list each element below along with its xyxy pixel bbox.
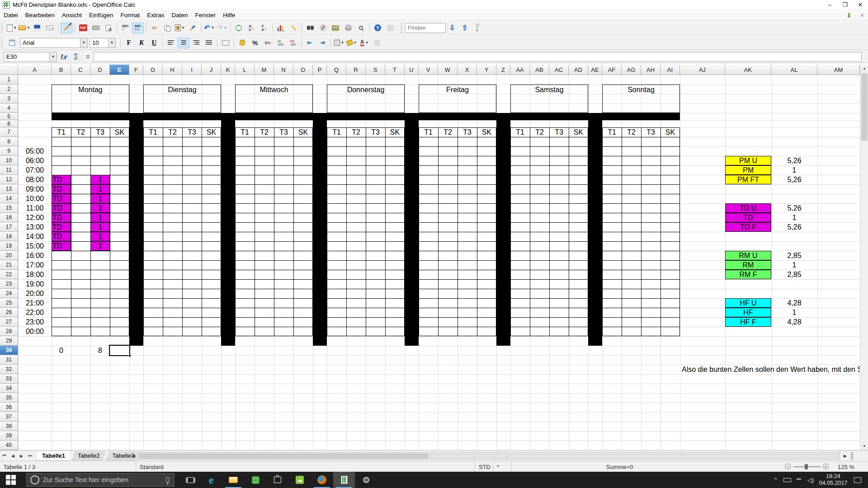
legend-value-cell[interactable]: 4,28 <box>771 298 817 308</box>
microphone-icon[interactable] <box>166 477 170 483</box>
zoom-slider-thumb[interactable] <box>805 464 808 469</box>
day-grid-sonntag[interactable] <box>602 127 680 336</box>
row-header-1[interactable]: 1 <box>0 75 18 84</box>
shift-entry-cell[interactable]: TD <box>52 213 71 222</box>
menu-item-format[interactable]: Format <box>117 11 143 19</box>
edge-taskbar-icon[interactable]: e <box>200 472 222 488</box>
column-header-d[interactable]: D <box>90 65 110 75</box>
row-header-28[interactable]: 28 <box>0 327 18 336</box>
autospellcheck-button[interactable]: ABC∿∿ <box>132 23 144 33</box>
column-header-al[interactable]: AL <box>771 65 817 75</box>
zoom-out-icon[interactable]: − <box>785 464 791 469</box>
legend-value-cell[interactable]: 5,26 <box>771 203 817 213</box>
legend-value-cell[interactable]: 5,26 <box>771 222 817 232</box>
time-cell[interactable]: 17:00 <box>18 260 52 270</box>
styles-button[interactable] <box>6 38 18 48</box>
scroll-up-icon[interactable]: ▲ <box>860 65 868 72</box>
gallery-button[interactable] <box>330 23 341 33</box>
column-header-l[interactable]: L <box>235 65 255 75</box>
column-header-i[interactable]: I <box>182 65 202 75</box>
overflow-button[interactable] <box>371 38 383 48</box>
sheet-tab-tabelle1[interactable]: Tabelle1 <box>36 451 71 460</box>
time-cell[interactable]: 18:00 <box>18 270 52 279</box>
row-header-32[interactable]: 32 <box>0 365 18 374</box>
sort-descending-button[interactable]: ZA↓ <box>258 23 270 33</box>
time-cell[interactable]: 09:00 <box>18 184 52 194</box>
menu-item-extras[interactable]: Extras <box>143 11 168 19</box>
merge-cells-button[interactable] <box>220 38 231 48</box>
column-header-ad[interactable]: AD <box>569 65 588 75</box>
column-header-e[interactable]: E <box>110 65 129 75</box>
legend-label-cell[interactable]: PM U <box>725 156 771 165</box>
day-grid-donnerstag[interactable] <box>327 127 405 336</box>
row-header-15[interactable]: 15 <box>0 203 18 213</box>
pdf-export-button[interactable]: PDF <box>77 23 89 33</box>
column-header-v[interactable]: V <box>419 65 438 75</box>
cell-cursor[interactable] <box>109 345 130 356</box>
formula-icon[interactable]: = <box>86 53 90 61</box>
row-header-7[interactable]: 7 <box>0 127 18 137</box>
column-header-ag[interactable]: AG <box>622 65 641 75</box>
file-explorer-taskbar-icon[interactable] <box>222 472 244 488</box>
column-header-aa[interactable]: AA <box>510 65 530 75</box>
shift-entry-cell[interactable]: TD <box>52 175 71 184</box>
status-sum[interactable]: Summe=0 <box>511 461 728 472</box>
day-grid-dienstag[interactable] <box>143 127 221 336</box>
row-header-30[interactable]: 30 <box>0 346 18 355</box>
shift-entry-cell[interactable]: TD <box>52 194 71 203</box>
close-button[interactable]: ✕ <box>853 0 868 9</box>
hscroll-left-icon[interactable]: ◀ <box>129 452 138 460</box>
font-color-button[interactable]: A▼ <box>359 38 370 48</box>
task-view-taskbar-icon[interactable] <box>181 472 200 488</box>
legend-value-cell[interactable]: 1 <box>771 213 817 222</box>
dropdown-arrow-icon[interactable]: ▼ <box>211 26 215 30</box>
staff-count-cell[interactable]: 1 <box>90 203 110 213</box>
find-toolbar-grip[interactable] <box>401 23 403 33</box>
row-header-4[interactable]: 4 <box>0 103 18 113</box>
row-header-19[interactable]: 19 <box>0 241 18 251</box>
time-cell[interactable]: 15:00 <box>18 241 52 251</box>
legend-label-cell[interactable]: RM <box>725 260 771 270</box>
align-left-button[interactable] <box>165 38 177 48</box>
overflow-button[interactable] <box>384 23 396 33</box>
font-name-combo[interactable]: Arial▼ <box>20 38 88 48</box>
row-header-12[interactable]: 12 <box>0 175 18 184</box>
row-header-2[interactable]: 2 <box>0 84 18 94</box>
save-button[interactable] <box>31 23 43 33</box>
align-center-button[interactable] <box>178 38 189 48</box>
horizontal-scroll-thumb[interactable] <box>139 453 429 459</box>
hscroll-right-icon[interactable]: ▶ <box>841 452 849 460</box>
function-wizard-icon[interactable]: f𝑥 <box>61 53 66 61</box>
time-cell[interactable]: 12:00 <box>18 213 52 222</box>
format-toolbar-grip[interactable] <box>1 38 3 48</box>
legend-label-cell[interactable]: HF F <box>725 317 771 327</box>
column-header-ai[interactable]: AI <box>660 65 680 75</box>
dropdown-arrow-icon[interactable]: ▼ <box>27 26 30 30</box>
sum-cell-d30[interactable]: 8 <box>90 346 110 355</box>
zoom-level[interactable]: 125 % <box>834 461 868 472</box>
row-header-27[interactable]: 27 <box>0 317 18 327</box>
find-previous-button[interactable]: ⇧ <box>459 23 471 33</box>
taskbar-search[interactable]: Zur Suche Text hier eingeben <box>26 473 175 487</box>
time-cell[interactable]: 23:00 <box>18 317 52 327</box>
dropdown-arrow-icon[interactable]: ▼ <box>341 41 344 45</box>
time-cell[interactable]: 00:00 <box>18 327 52 336</box>
open-button[interactable]: ▼ <box>19 23 30 33</box>
row-header-20[interactable]: 20 <box>0 251 18 260</box>
day-grid-samstag[interactable] <box>510 127 588 336</box>
time-cell[interactable]: 13:00 <box>18 222 52 232</box>
firefox-taskbar-icon[interactable] <box>311 472 333 488</box>
staff-count-cell[interactable]: 1 <box>90 232 110 241</box>
sheet-tab-tabelle2[interactable]: Tabelle2 <box>72 451 105 460</box>
name-box-dropdown-icon[interactable]: ▼ <box>49 52 57 61</box>
next-sheet-icon[interactable]: ▶ <box>17 452 26 460</box>
justify-button[interactable] <box>203 38 215 48</box>
column-header-o[interactable]: O <box>293 65 313 75</box>
oo-calc-taskbar-icon[interactable] <box>333 472 355 488</box>
dropdown-arrow-icon[interactable]: ▼ <box>365 41 368 45</box>
column-header-t[interactable]: T <box>385 65 405 75</box>
italic-button[interactable]: K <box>136 38 147 48</box>
time-cell[interactable]: 20:00 <box>18 289 52 298</box>
battery-icon[interactable] <box>781 472 793 488</box>
spellcheck-button[interactable]: ABC✓ <box>119 23 131 33</box>
